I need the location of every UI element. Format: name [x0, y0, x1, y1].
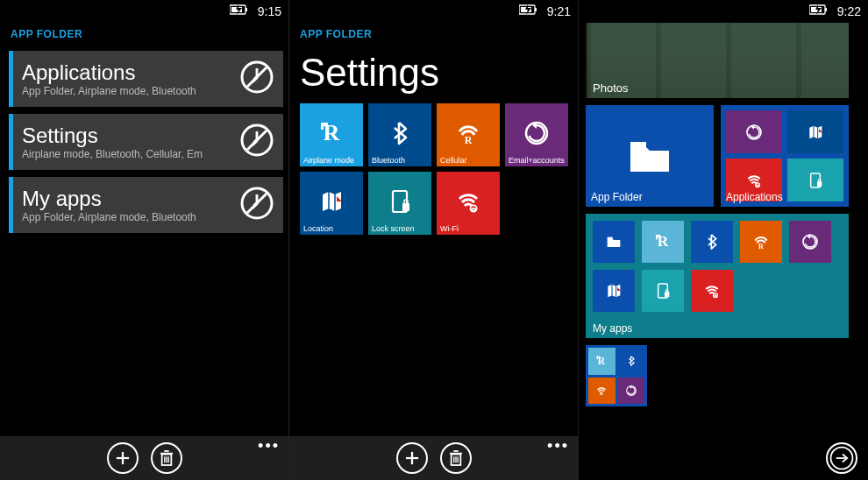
unpin-icon[interactable]: [239, 123, 274, 161]
tile-sync[interactable]: Email+accounts: [505, 103, 568, 166]
folder-subtitle: Airplane mode, Bluetooth, Cellular, Em: [22, 148, 239, 160]
tile-wifi[interactable]: Wi-Fi: [437, 172, 500, 235]
tile-label: Airplane mode: [303, 156, 354, 165]
screen-folder-detail: 9:21 APP FOLDER Settings Airplane modeBl…: [289, 0, 579, 480]
all-apps-button[interactable]: [826, 442, 857, 474]
sync-icon: [521, 117, 552, 152]
folder-title: Applications: [22, 60, 239, 85]
folder-item[interactable]: ApplicationsApp Folder, Airplane mode, B…: [9, 51, 283, 107]
tile-my-apps[interactable]: My apps: [586, 214, 849, 338]
page-title: Settings: [289, 51, 578, 103]
mini-folder: [593, 221, 635, 263]
clock: 9:21: [547, 4, 571, 18]
folder-subtitle: App Folder, Airplane mode, Bluetooth: [22, 211, 239, 223]
tile-app-folder[interactable]: App Folder: [586, 105, 714, 207]
add-button[interactable]: [107, 442, 139, 474]
tile-label: Wi-Fi: [440, 224, 459, 233]
folder-icon: [618, 124, 681, 187]
map-icon: [316, 186, 347, 221]
tile-small-folder[interactable]: [586, 345, 647, 406]
mini-bluetooth: [618, 348, 645, 375]
app-bar: •••: [0, 436, 288, 480]
tile-label: Email+accounts: [509, 156, 565, 165]
wifi-icon: [452, 186, 484, 221]
folder-item[interactable]: My appsApp Folder, Airplane mode, Blueto…: [9, 177, 283, 233]
mini-map: [787, 110, 843, 153]
tile-label: Bluetooth: [372, 156, 405, 165]
battery-icon: [230, 4, 249, 18]
lock-icon: [384, 186, 416, 221]
app-bar: •••: [289, 436, 578, 480]
tile-label: Applications: [726, 191, 783, 203]
mini-airplane: [642, 221, 684, 263]
tile-label: Cellular: [440, 156, 467, 165]
add-button[interactable]: [396, 442, 428, 474]
mini-lock: [787, 159, 843, 201]
cellular-icon: [452, 117, 484, 152]
more-button[interactable]: •••: [547, 437, 569, 455]
tile-label: Photos: [593, 81, 628, 95]
screen-folders: 9:15 APP FOLDER ApplicationsApp Folder, …: [0, 0, 289, 480]
tile-airplane[interactable]: Airplane mode: [300, 103, 363, 166]
mini-bluetooth: [691, 221, 733, 263]
more-button[interactable]: •••: [258, 437, 280, 455]
status-bar: 9:21: [519, 4, 571, 18]
mini-lock: [642, 270, 684, 312]
unpin-icon[interactable]: [239, 60, 274, 98]
battery-icon: [809, 4, 829, 18]
mini-sync: [789, 221, 831, 263]
tile-label: Location: [303, 224, 333, 233]
app-bar: [579, 436, 868, 480]
clock: 9:15: [258, 4, 281, 18]
mini-sync: [618, 378, 645, 405]
delete-button[interactable]: [440, 442, 472, 474]
folder-title: My apps: [22, 187, 239, 211]
bluetooth-icon: [384, 117, 416, 152]
tile-cellular[interactable]: Cellular: [437, 103, 500, 166]
app-brand: APP FOLDER: [289, 23, 578, 51]
tile-map[interactable]: Location: [300, 172, 363, 235]
mini-cellular: [740, 221, 782, 263]
tile-label: App Folder: [591, 191, 643, 203]
folder-item[interactable]: SettingsAirplane mode, Bluetooth, Cellul…: [9, 114, 283, 170]
tile-bluetooth[interactable]: Bluetooth: [368, 103, 431, 166]
battery-icon: [519, 4, 538, 18]
folder-title: Settings: [22, 124, 239, 148]
mini-wifi: [691, 270, 733, 312]
tile-label: Lock screen: [372, 224, 415, 233]
clock: 9:22: [837, 4, 861, 18]
status-bar: 9:22: [809, 4, 861, 18]
status-bar: 9:15: [230, 4, 281, 18]
screen-start: 9:22 Photos App Folder Applications My a…: [579, 0, 868, 480]
mini-sync: [726, 110, 782, 153]
tile-applications[interactable]: Applications: [721, 105, 849, 207]
tile-lock[interactable]: Lock screen: [368, 172, 431, 235]
tile-label: My apps: [593, 322, 632, 335]
tile-photos[interactable]: Photos: [586, 23, 849, 98]
mini-map: [593, 270, 635, 312]
app-brand: APP FOLDER: [0, 23, 288, 51]
folder-subtitle: App Folder, Airplane mode, Bluetooth: [22, 85, 239, 97]
mini-cellular: [588, 378, 615, 405]
unpin-icon[interactable]: [239, 186, 274, 224]
airplane-icon: [316, 117, 347, 152]
delete-button[interactable]: [151, 442, 182, 474]
mini-airplane: [588, 348, 615, 375]
